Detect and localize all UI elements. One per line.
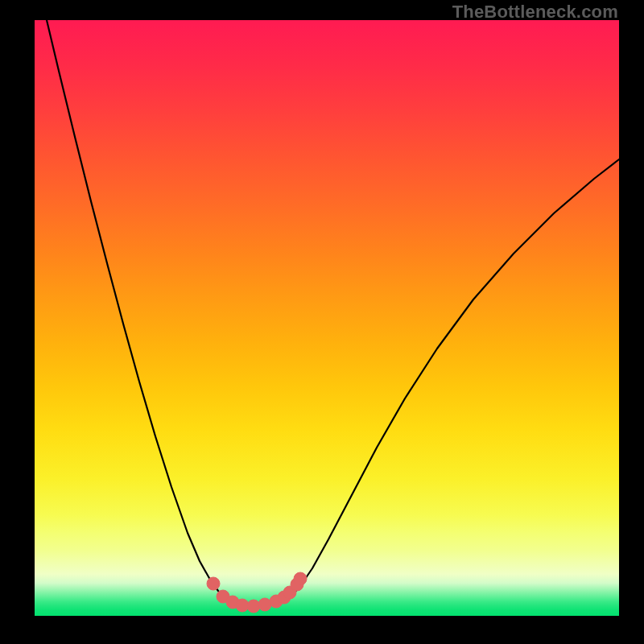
- highlight-dot: [207, 577, 220, 590]
- highlight-dot: [294, 572, 307, 585]
- watermark-text: TheBottleneck.com: [452, 2, 618, 23]
- highlight-dot: [247, 600, 260, 613]
- curve-layer: [35, 20, 619, 616]
- chart-frame: TheBottleneck.com: [0, 0, 644, 644]
- highlight-dot: [258, 598, 271, 611]
- bottleneck-curve: [47, 20, 619, 606]
- highlight-markers: [207, 572, 307, 613]
